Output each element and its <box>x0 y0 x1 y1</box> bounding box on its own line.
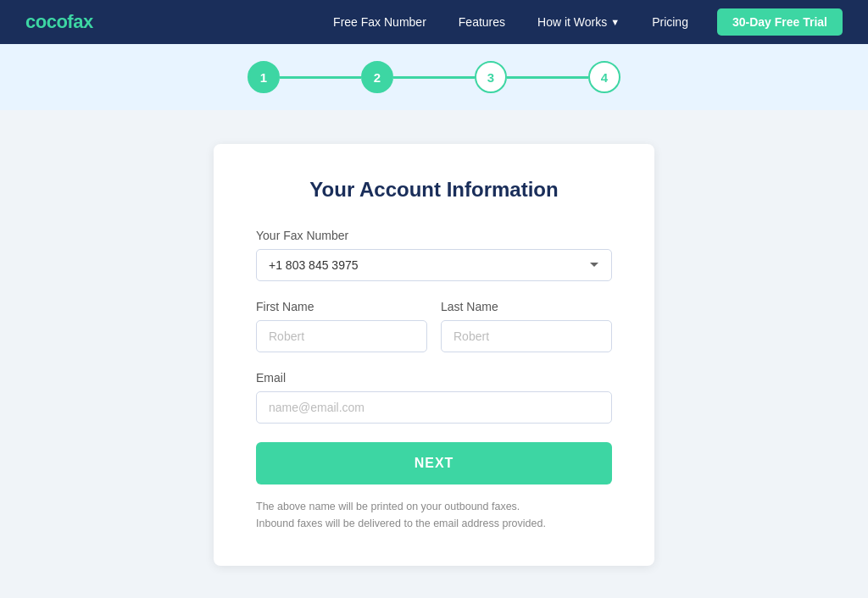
first-name-label: First Name <box>256 300 427 313</box>
progress-area: 1 2 3 4 <box>0 44 868 110</box>
last-name-group: Last Name <box>441 300 612 352</box>
last-name-input[interactable] <box>441 320 612 352</box>
site-logo[interactable]: cocofax <box>25 11 93 33</box>
form-title: Your Account Information <box>256 178 612 202</box>
form-disclaimer: The above name will be printed on your o… <box>256 498 612 532</box>
first-name-input[interactable] <box>256 320 427 352</box>
email-input[interactable] <box>256 391 612 424</box>
navbar: cocofax Free Fax Number Features How it … <box>0 0 868 44</box>
fax-number-label: Your Fax Number <box>256 229 612 242</box>
logo-text: cocofax <box>25 11 93 32</box>
step-1[interactable]: 1 <box>248 61 280 93</box>
nav-pricing[interactable]: Pricing <box>640 10 700 34</box>
nav-how-it-works[interactable]: How it Works ▼ <box>526 10 632 34</box>
step-4[interactable]: 4 <box>588 61 620 93</box>
step-3[interactable]: 3 <box>475 61 507 93</box>
email-group: Email <box>256 371 612 424</box>
step-line-3-4 <box>507 76 588 79</box>
email-label: Email <box>256 371 612 385</box>
trial-button[interactable]: 30-Day Free Trial <box>717 8 843 36</box>
form-card: Your Account Information Your Fax Number… <box>214 144 654 566</box>
step-line-1-2 <box>280 76 361 79</box>
nav-features[interactable]: Features <box>447 10 517 34</box>
nav-free-fax-number[interactable]: Free Fax Number <box>321 10 438 34</box>
name-row: First Name Last Name <box>256 300 612 352</box>
fax-number-select[interactable]: +1 803 845 3975 <box>256 249 612 281</box>
progress-track: 1 2 3 4 <box>248 61 620 93</box>
step-line-2-3 <box>393 76 475 79</box>
main-content: Your Account Information Your Fax Number… <box>0 110 868 598</box>
fax-number-group: Your Fax Number +1 803 845 3975 <box>256 229 612 281</box>
nav-links: Free Fax Number Features How it Works ▼ … <box>321 10 700 34</box>
next-button[interactable]: NEXT <box>256 442 612 484</box>
first-name-group: First Name <box>256 300 427 352</box>
step-2[interactable]: 2 <box>361 61 393 93</box>
last-name-label: Last Name <box>441 300 612 313</box>
chevron-down-icon: ▼ <box>610 17 620 27</box>
